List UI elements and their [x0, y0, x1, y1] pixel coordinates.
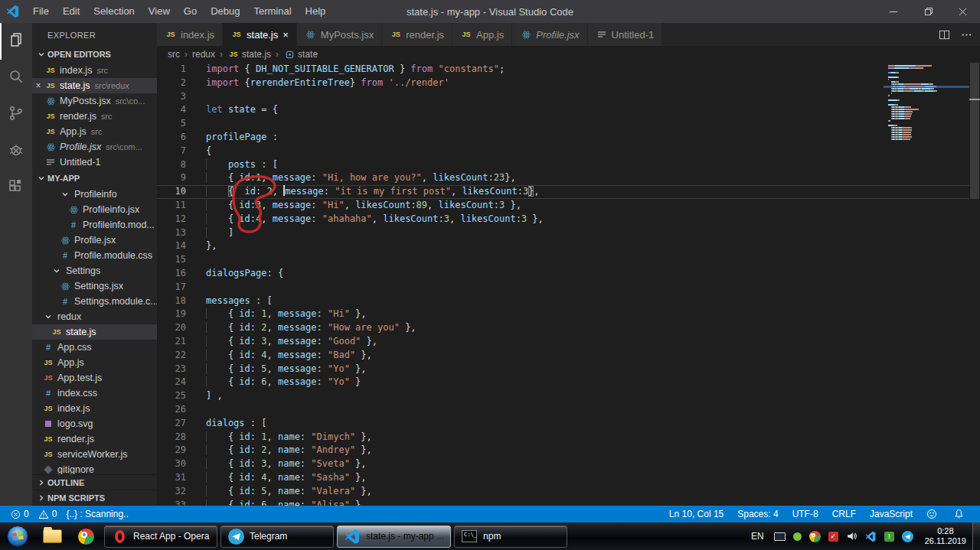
tab-app.js[interactable]: JSApp.js	[452, 23, 512, 46]
taskbar-button-opera-window[interactable]: React App - Opera	[104, 526, 217, 548]
tree-item[interactable]: #index.css	[32, 386, 157, 401]
code-line[interactable]: 27dialogs : [	[157, 417, 980, 431]
open-editor-item[interactable]: MyPosts.jsxsrc\co...	[32, 93, 157, 109]
cursor-position[interactable]: Ln 10, Col 15	[662, 506, 730, 522]
menu-terminal[interactable]: Terminal	[247, 0, 298, 23]
code-line[interactable]: 31 { id: 4, name: "Sasha" },	[157, 471, 980, 485]
open-editor-item[interactable]: ×JSstate.jssrc\redux	[32, 78, 157, 93]
menu-debug[interactable]: Debug	[204, 0, 247, 23]
code-line[interactable]: 8 posts : [	[157, 158, 980, 172]
language-mode[interactable]: JavaScript	[863, 506, 920, 522]
taskbar-button-npm-window[interactable]: C:\_npm	[454, 526, 567, 548]
tab-render.js[interactable]: JSrender.js	[382, 23, 452, 46]
open-editor-item[interactable]: Profile.jsxsrc\com...	[32, 139, 157, 155]
language-indicator[interactable]: EN	[751, 531, 764, 542]
code-line[interactable]: 23 { id: 5, message: "Yo" },	[157, 363, 980, 376]
start-button[interactable]	[0, 522, 35, 550]
clock[interactable]: 0:28 26.11.2019	[925, 526, 966, 546]
tree-item[interactable]: Settings.jsx	[32, 278, 157, 294]
code-line[interactable]: 13 ]	[157, 226, 980, 240]
activity-explorer[interactable]	[0, 23, 32, 60]
code-line[interactable]: 14},	[157, 239, 980, 253]
problems-warnings[interactable]: 0	[34, 506, 62, 522]
code-line[interactable]: 18messages : [	[157, 295, 980, 308]
tree-folder[interactable]: Profileinfo	[32, 187, 157, 202]
taskbar-button-telegram-window[interactable]: Telegram	[220, 526, 334, 548]
open-editors-header[interactable]: OPEN EDITORS	[32, 46, 157, 63]
feedback-smiley-icon[interactable]	[920, 506, 947, 522]
alert-icon[interactable]: !	[884, 532, 894, 542]
open-editor-item[interactable]: Untitled-1	[32, 155, 157, 170]
tree-item[interactable]: gitignore	[32, 462, 157, 474]
restore-button[interactable]	[911, 0, 946, 23]
open-editor-item[interactable]: JSrender.jssrc	[32, 109, 157, 124]
code-line[interactable]: 17	[157, 281, 980, 295]
code-line[interactable]: 25] ,	[157, 389, 980, 403]
scrollbar-thumb[interactable]	[970, 63, 979, 199]
tree-item[interactable]: JSrender.js	[32, 431, 157, 447]
open-editor-item[interactable]: JSindex.jssrc	[32, 63, 157, 78]
code-line[interactable]: 29 { id: 2, name: "Andrey" },	[157, 444, 980, 457]
code-line[interactable]: 1import { DH_NOT_SUITABLE_GENERATOR } fr…	[157, 63, 980, 76]
green-status-icon[interactable]	[793, 532, 802, 541]
tree-item[interactable]: #Profileinfo.mod...	[32, 217, 157, 233]
vertical-scrollbar[interactable]	[969, 63, 980, 506]
section-npm-scripts[interactable]: NPM SCRIPTS	[32, 490, 157, 506]
tree-item[interactable]: JSApp.js	[32, 355, 157, 370]
code-editor[interactable]: 1import { DH_NOT_SUITABLE_GENERATOR } fr…	[157, 63, 980, 506]
code-line[interactable]: 16dialogsPage: {	[157, 267, 980, 281]
close-icon[interactable]: ×	[283, 29, 289, 41]
code-line[interactable]: 2import {rerenderEntireTree} from '../re…	[157, 76, 980, 90]
tree-item[interactable]: JSindex.js	[32, 401, 157, 416]
tree-item[interactable]: #Profile.module.css	[32, 248, 157, 263]
menu-view[interactable]: View	[142, 0, 177, 23]
project-header[interactable]: MY-APP	[32, 170, 157, 187]
tree-item[interactable]: JSApp.test.js	[32, 370, 157, 386]
tab-state.js[interactable]: JSstate.js×	[223, 23, 297, 46]
code-line[interactable]: 10 { id: 2, message: "it is my first pos…	[157, 185, 980, 199]
activity-extensions[interactable]	[0, 170, 32, 207]
code-line[interactable]: 26	[157, 403, 980, 417]
tree-item[interactable]: Profileinfo.jsx	[32, 202, 157, 217]
code-line[interactable]: 21 { id: 3, message: "Good" },	[157, 335, 980, 349]
tree-item[interactable]: JSstate.js	[32, 324, 157, 340]
minimize-button[interactable]	[877, 0, 911, 23]
tree-item[interactable]: #App.css	[32, 340, 157, 355]
eol[interactable]: CRLF	[825, 506, 863, 522]
code-line[interactable]: 3	[157, 90, 980, 104]
breadcrumb-item[interactable]: JSstate.js	[227, 49, 271, 60]
close-button[interactable]	[946, 0, 980, 23]
tree-folder[interactable]: Settings	[32, 263, 157, 278]
tab-myposts.jsx[interactable]: MyPosts.jsx	[297, 23, 382, 46]
section-outline[interactable]: OUTLINE	[32, 475, 157, 490]
code-line[interactable]: 9 { id:1, message: "Hi, how are you?", l…	[157, 171, 980, 185]
vscode-small-icon[interactable]	[865, 531, 877, 542]
taskbar-button-vscode-window[interactable]: state.js - my-app ...	[337, 526, 451, 548]
code-line[interactable]: 22 { id: 4, message: "Bad" },	[157, 349, 980, 363]
tree-item[interactable]: logo.svg	[32, 416, 157, 431]
red-status-icon[interactable]: ✓	[828, 532, 838, 542]
code-line[interactable]: 4let state = {	[157, 103, 980, 117]
code-line[interactable]: 19 { id: 1, message: "Hi" },	[157, 308, 980, 321]
code-line[interactable]: 24 { id: 6, message: "Yo" }	[157, 376, 980, 389]
code-line[interactable]: 33 { id: 6, name: "Alisa" }	[157, 499, 980, 506]
menu-selection[interactable]: Selection	[87, 0, 141, 23]
breadcrumb-item[interactable]: src	[168, 49, 180, 60]
tab-untitled-1[interactable]: Untitled-1	[588, 23, 663, 46]
breadcrumb-item[interactable]: state	[283, 49, 318, 60]
monitor-icon[interactable]	[774, 532, 786, 541]
menu-file[interactable]: File	[26, 0, 56, 23]
code-line[interactable]: 6profilePage :	[157, 131, 980, 145]
code-line[interactable]: 5	[157, 117, 980, 131]
activity-debug[interactable]	[0, 133, 32, 170]
speaker-icon[interactable]	[846, 531, 858, 542]
code-line[interactable]: 32 { id: 5, name: "Valera" },	[157, 485, 980, 499]
indentation[interactable]: Spaces: 4	[730, 506, 785, 522]
bell-icon[interactable]	[947, 506, 974, 522]
code-line[interactable]: 28 { id: 1, name: "Dimych" },	[157, 431, 980, 444]
language-status[interactable]: {..} : Scanning..	[61, 506, 132, 522]
encoding[interactable]: UTF-8	[786, 506, 825, 522]
open-editor-item[interactable]: JSApp.jssrc	[32, 124, 157, 139]
tree-item[interactable]: #Settings.module.c...	[32, 294, 157, 309]
tab-index.js[interactable]: JSindex.js	[157, 23, 223, 46]
